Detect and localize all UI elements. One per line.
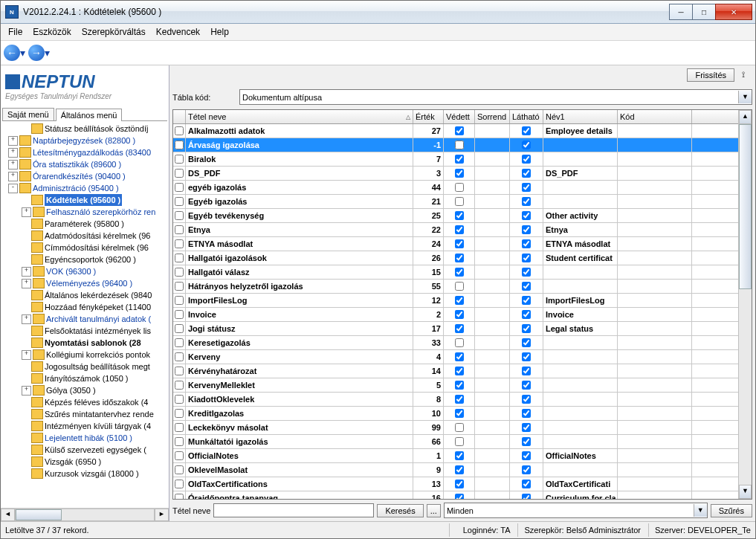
- cell-visible[interactable]: [522, 395, 531, 404]
- tree-toggle-icon[interactable]: -: [8, 184, 18, 193]
- row-checkbox[interactable]: [175, 169, 184, 178]
- tree-node[interactable]: Hozzáad fényképeket (11400: [2, 301, 169, 313]
- tree-node[interactable]: Szűrés mintatantervhez rende: [2, 408, 169, 420]
- minimize-button[interactable]: ─: [669, 4, 693, 20]
- grid-body[interactable]: Alkalmazotti adatok27Employee detailsÁrv…: [173, 124, 738, 499]
- table-row[interactable]: Biralok7: [173, 152, 738, 167]
- filter-combo[interactable]: Minden ▼: [444, 503, 708, 518]
- table-row[interactable]: Jogi státusz17Legal status: [173, 322, 738, 336]
- cell-protected[interactable]: [455, 437, 464, 446]
- scroll-right-icon[interactable]: ►: [155, 509, 169, 521]
- cell-visible[interactable]: [522, 310, 531, 319]
- col-name[interactable]: Tétel neve△: [186, 110, 413, 123]
- table-row[interactable]: DS_PDF3DS_PDF: [173, 167, 738, 181]
- cell-protected[interactable]: [455, 296, 464, 305]
- tree-node[interactable]: Külső szervezeti egységek (: [2, 444, 169, 456]
- table-row[interactable]: OldTaxCertifications13OldTaxCertificati: [173, 477, 738, 491]
- more-button[interactable]: ...: [427, 504, 441, 517]
- tree-node[interactable]: Címmódosítási kérelmek (96: [2, 242, 169, 254]
- tree-node[interactable]: Jogosultság beállítások megt: [2, 361, 169, 372]
- table-row[interactable]: ImportFilesLog12ImportFilesLog: [173, 294, 738, 308]
- row-checkbox[interactable]: [175, 409, 184, 418]
- scroll-down-icon[interactable]: ▼: [739, 485, 752, 499]
- cell-visible[interactable]: [522, 367, 531, 375]
- cell-visible[interactable]: [522, 324, 531, 333]
- cell-visible[interactable]: [522, 465, 531, 474]
- tree-toggle-icon[interactable]: +: [22, 314, 31, 324]
- tree-node[interactable]: Nyomtatási sablonok (28: [2, 337, 169, 349]
- table-row[interactable]: KervenyMelleklet5: [173, 378, 738, 393]
- tree-node[interactable]: Adatmódosítási kérelmek (96: [2, 230, 169, 242]
- menu-file[interactable]: File: [4, 25, 27, 39]
- cell-protected[interactable]: [455, 155, 464, 164]
- tablakod-combo[interactable]: Dokumentum altípusa ▼: [239, 89, 752, 105]
- table-row[interactable]: Árvaság igazolása-1: [173, 138, 738, 152]
- row-checkbox[interactable]: [175, 494, 184, 499]
- cell-protected[interactable]: [455, 423, 464, 432]
- cell-visible[interactable]: [522, 155, 531, 164]
- table-row[interactable]: Kérvényhatározat14: [173, 364, 738, 378]
- tree-node[interactable]: Kurzusok vizsgái (18000 ): [2, 468, 169, 480]
- table-row[interactable]: KiadottOklevelek8: [173, 393, 738, 407]
- col-code[interactable]: Kód: [618, 110, 692, 123]
- cell-visible[interactable]: [522, 338, 531, 347]
- cell-protected[interactable]: [455, 239, 464, 248]
- table-row[interactable]: Leckekönyv másolat99: [173, 421, 738, 435]
- col-value[interactable]: Érték: [413, 110, 444, 123]
- row-checkbox[interactable]: [175, 254, 184, 262]
- cell-protected[interactable]: [455, 409, 464, 418]
- cell-visible[interactable]: [522, 197, 531, 206]
- maximize-button[interactable]: □: [692, 4, 716, 20]
- tree-node[interactable]: Vizsgák (6950 ): [2, 456, 169, 468]
- row-checkbox[interactable]: [175, 352, 184, 361]
- tab-own-menu[interactable]: Saját menü: [2, 108, 54, 120]
- row-checkbox[interactable]: [175, 296, 184, 305]
- scroll-up-icon[interactable]: ▲: [739, 110, 752, 124]
- cell-visible[interactable]: [522, 381, 531, 390]
- table-row[interactable]: ETNYA másodlat24ETNYA másodlat: [173, 237, 738, 251]
- table-row[interactable]: OklevelMasolat9: [173, 463, 738, 477]
- row-checkbox[interactable]: [175, 126, 184, 135]
- cell-protected[interactable]: [455, 211, 464, 220]
- cell-protected[interactable]: [455, 480, 464, 488]
- tree-node[interactable]: Intézményen kívüli tárgyak (4: [2, 420, 169, 432]
- search-button[interactable]: Keresés: [377, 504, 423, 517]
- cell-visible[interactable]: [522, 409, 531, 418]
- cell-visible[interactable]: [522, 254, 531, 262]
- row-checkbox[interactable]: [175, 423, 184, 432]
- col-check[interactable]: [173, 110, 186, 123]
- cell-visible[interactable]: [522, 141, 531, 149]
- scroll-left-icon[interactable]: ◄: [1, 509, 15, 521]
- tree-toggle-icon[interactable]: +: [22, 386, 31, 396]
- cell-protected[interactable]: [455, 451, 464, 460]
- tree-toggle-icon[interactable]: +: [22, 279, 31, 288]
- cell-visible[interactable]: [522, 225, 531, 234]
- tree-node[interactable]: Paraméterek (95800 ): [2, 218, 169, 230]
- tree-node[interactable]: -Adminisztráció (95400 ): [2, 182, 169, 194]
- row-checkbox[interactable]: [175, 225, 184, 234]
- cell-protected[interactable]: [455, 310, 464, 319]
- grid-vscroll[interactable]: ▲ ▼: [738, 110, 752, 499]
- cell-protected[interactable]: [455, 197, 464, 206]
- table-row[interactable]: egyéb igazolás44: [173, 181, 738, 195]
- row-checkbox[interactable]: [175, 367, 184, 375]
- table-row[interactable]: Etnya22Etnya: [173, 223, 738, 237]
- cell-protected[interactable]: [455, 126, 464, 135]
- tree-node[interactable]: +Óra statisztikák (89600 ): [2, 158, 169, 170]
- nav-forward[interactable]: → ▾: [28, 45, 50, 61]
- cell-visible[interactable]: [522, 282, 531, 291]
- tree-node[interactable]: Képzés féléves időszakok (4: [2, 396, 169, 408]
- filter-button[interactable]: Szűrés: [711, 504, 752, 517]
- cell-protected[interactable]: [455, 141, 464, 149]
- tree-node[interactable]: Irányítószámok (1050 ): [2, 372, 169, 384]
- menu-role[interactable]: Szerepkörváltás: [77, 25, 150, 39]
- tree-node[interactable]: +Létesítménygazdálkodás (83400: [2, 146, 169, 158]
- tree-toggle-icon[interactable]: +: [8, 136, 18, 146]
- chevron-down-icon[interactable]: ▼: [694, 504, 707, 517]
- cell-visible[interactable]: [522, 239, 531, 248]
- row-checkbox[interactable]: [175, 155, 184, 164]
- tree-toggle-icon[interactable]: +: [22, 350, 31, 360]
- cell-visible[interactable]: [522, 352, 531, 361]
- tree-node[interactable]: +Véleményezés (96400 ): [2, 277, 169, 289]
- table-row[interactable]: Óraidőpontra tananyag16Curriculum for cl…: [173, 491, 738, 499]
